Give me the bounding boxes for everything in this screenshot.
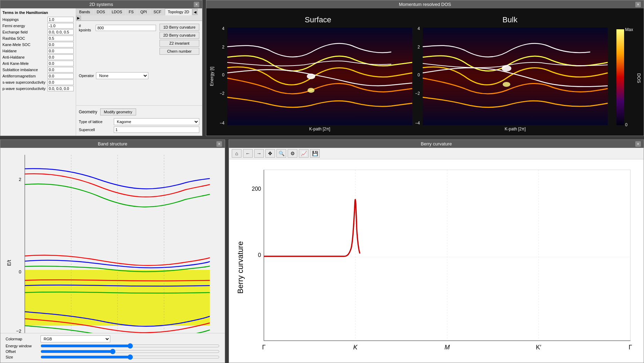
colormap-row: Colormap RGB: [6, 335, 220, 342]
supercell-input[interactable]: [114, 127, 199, 133]
input-antikanemele[interactable]: [47, 61, 74, 66]
tb-chart-btn[interactable]: 📈: [299, 149, 309, 158]
tab-dos[interactable]: DOS: [94, 8, 108, 15]
colorbar-rect: [616, 29, 624, 125]
geometry-row: Geometry Modify geometry: [79, 108, 199, 115]
svg-text:M: M: [445, 344, 450, 351]
dos-label: DOS: [636, 73, 642, 83]
berry-content: ⌂ ← → ✥ 🔍 ⚙ 📈 💾 Berry curvature: [229, 148, 644, 363]
tab-nav-next[interactable]: ▶: [76, 16, 81, 20]
svg-text:−2: −2: [415, 91, 420, 96]
svg-point-1: [307, 74, 315, 79]
tab-topology2d[interactable]: Topology 2D: [165, 8, 192, 15]
btn-chern[interactable]: Chern number: [160, 48, 199, 55]
kpoints-row: # kpoints: [79, 24, 156, 32]
tab-nav-prev[interactable]: ◀: [193, 9, 198, 15]
operator-label: Operator: [79, 74, 94, 78]
svg-text:200: 200: [252, 186, 261, 192]
input-hoppings[interactable]: [47, 17, 74, 22]
param-swave: s-wave superconductivity: [2, 80, 74, 85]
tab-ldos[interactable]: LDOS: [109, 8, 125, 15]
tab-scf[interactable]: SCF: [150, 8, 164, 15]
input-rashba[interactable]: [47, 36, 74, 41]
input-fermi[interactable]: [47, 23, 74, 29]
tb-home-btn[interactable]: ⌂: [232, 149, 242, 158]
berry-y-label: Berry curvature: [236, 241, 245, 294]
input-haldane[interactable]: [47, 48, 74, 54]
param-antikanemele: Anti Kane-Mele: [2, 61, 74, 66]
energy-window-row: Energy window: [6, 344, 220, 348]
svg-point-4: [502, 65, 511, 71]
win-2d-close[interactable]: ×: [194, 2, 199, 7]
energy-window-slider[interactable]: [40, 344, 220, 348]
kpoints-label: # kpoints: [79, 24, 94, 32]
tb-save-btn[interactable]: 💾: [310, 149, 320, 158]
svg-text:K-path [2π]: K-path [2π]: [309, 127, 330, 131]
win-2d-title: 2D systems ×: [0, 0, 202, 8]
svg-text:4: 4: [222, 26, 224, 31]
operator-select[interactable]: None: [96, 72, 148, 79]
btn-z2[interactable]: Z2 invariant: [160, 40, 199, 47]
tb-forward-btn[interactable]: →: [254, 149, 264, 158]
left-panel: Terms in the Hamiltonian Hoppings Fermi …: [0, 8, 76, 136]
input-swave[interactable]: [47, 80, 74, 85]
param-afm: Antiferromagnetism: [2, 73, 74, 79]
btn-2d-berry[interactable]: 2D Berry curvature: [160, 32, 199, 39]
input-pwave[interactable]: [47, 86, 74, 91]
input-kanemele[interactable]: [47, 42, 74, 47]
svg-text:−4: −4: [220, 121, 224, 126]
tb-back-btn[interactable]: ←: [243, 149, 253, 158]
tb-zoom-btn[interactable]: 🔍: [276, 149, 286, 158]
svg-text:4: 4: [417, 26, 420, 31]
berry-plot-area: Berry curvature 0 200 Γ K M K′: [229, 159, 644, 363]
geometry-label: Geometry: [79, 109, 97, 114]
tab-qpi[interactable]: QPI: [137, 8, 150, 15]
size-row: Size: [6, 355, 220, 359]
dos-plot-area: Surface Bulk: [206, 8, 644, 136]
kpoints-input[interactable]: [96, 25, 156, 31]
param-fermi: Fermi energy: [2, 23, 74, 29]
svg-text:2: 2: [417, 45, 420, 50]
svg-text:0: 0: [19, 269, 21, 274]
tb-move-btn[interactable]: ✥: [265, 149, 275, 158]
svg-text:K-path [2π]: K-path [2π]: [505, 127, 526, 131]
colormap-select[interactable]: RGB: [40, 335, 110, 342]
input-exchange[interactable]: [47, 29, 74, 35]
tab-fs[interactable]: FS: [126, 8, 137, 15]
offset-slider[interactable]: [40, 350, 220, 353]
btn-1d-berry[interactable]: 1D Berry curvature: [160, 24, 199, 31]
win-band-title: Band structure ×: [0, 140, 225, 148]
svg-text:Energy [t]: Energy [t]: [209, 67, 214, 86]
tb-settings-btn[interactable]: ⚙: [288, 149, 297, 158]
tab-bands[interactable]: Bands: [76, 8, 93, 15]
svg-text:Γ: Γ: [629, 344, 632, 351]
energy-window-label: Energy window: [6, 344, 40, 348]
win-dos-close[interactable]: ×: [635, 2, 641, 7]
win-band-structure: Band structure ×: [0, 139, 225, 363]
svg-point-5: [503, 82, 510, 87]
band-plot-area: 2 0 −2 E/t Γ K M K′ Γ: [0, 148, 225, 333]
size-slider[interactable]: [40, 355, 220, 359]
supercell-row: Supercell: [79, 127, 199, 133]
param-pwave: p-wave superconductivity: [2, 86, 74, 91]
input-afm[interactable]: [47, 73, 74, 79]
param-exchange: Exchange field: [2, 29, 74, 35]
lattice-select[interactable]: Kagome: [114, 118, 199, 125]
svg-text:0: 0: [222, 73, 224, 77]
berry-svg: Berry curvature 0 200 Γ K M K′: [229, 159, 644, 363]
modify-geometry-btn[interactable]: Modify geometry: [100, 108, 136, 115]
win-berry-curvature: Berry curvature × ⌂ ← → ✥ 🔍 ⚙ 📈 💾 Berry …: [229, 139, 644, 363]
topo-buttons: 1D Berry curvature 2D Berry curvature Z2…: [160, 24, 199, 55]
input-antihaldane[interactable]: [47, 54, 74, 60]
win-berry-close[interactable]: ×: [635, 141, 641, 147]
win-band-close[interactable]: ×: [216, 141, 222, 147]
param-rashba: Rashba SOC: [2, 36, 74, 41]
win-2d-systems: 2D systems × Terms in the Hamiltonian Ho…: [0, 0, 202, 136]
colorbar-max: Max: [625, 27, 633, 32]
svg-text:0: 0: [258, 252, 261, 258]
lattice-label: Type of lattice: [79, 120, 114, 124]
svg-rect-3: [423, 28, 608, 125]
win-momentum-dos: Momentum resolved DOS × Surface Bulk: [206, 0, 644, 136]
input-sublattice[interactable]: [47, 67, 74, 73]
offset-row: Offset: [6, 349, 220, 354]
